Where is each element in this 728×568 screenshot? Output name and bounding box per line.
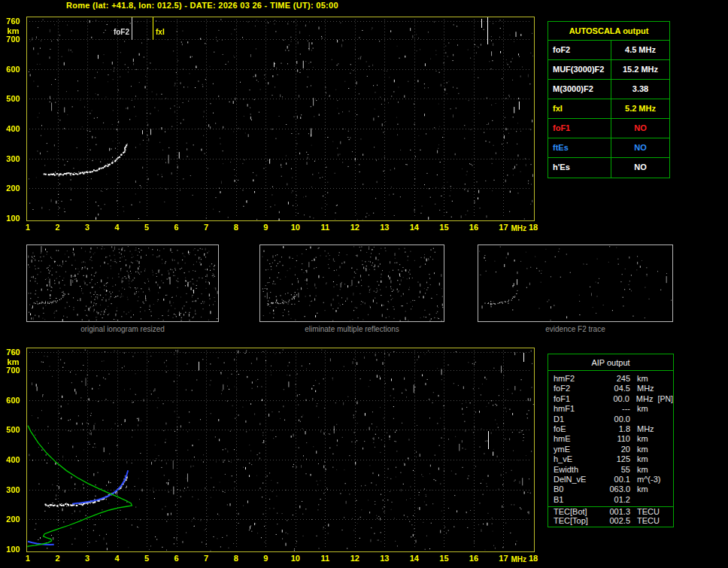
autoscala-param-label: foF1 — [548, 119, 611, 138]
aip-extra — [656, 516, 673, 526]
recorded-ionogram-canvas — [27, 17, 534, 220]
x-tick-10: 10 — [287, 554, 304, 563]
aip-param: hmE — [554, 434, 600, 444]
aip-extra — [656, 465, 673, 475]
aip-value: 002.5 — [600, 516, 630, 526]
y-tick-500: 500 — [2, 425, 24, 434]
y-tick-400: 400 — [2, 455, 24, 464]
aip-row-hmF1: hmF1---km — [554, 404, 673, 414]
x-tick-14: 14 — [406, 223, 423, 232]
aip-unit: km — [630, 374, 656, 384]
thumbnail-original-ionogram — [26, 245, 219, 322]
x-tick-9: 9 — [257, 554, 274, 563]
x-tick-4: 4 — [109, 223, 126, 232]
aip-value: 00.0 — [600, 415, 630, 424]
aip-row-Ewidth: Ewidth55km — [554, 465, 673, 475]
y-tick-760: 760 — [2, 17, 24, 26]
aip-extra — [656, 475, 673, 484]
aip-param: D1 — [554, 415, 600, 424]
autoscala-param-label: ftEs — [548, 138, 611, 157]
aip-param: foF2 — [554, 384, 600, 393]
y-tick-200: 200 — [2, 184, 24, 193]
autoscala-output-table: AUTOSCALA output foF24.5 MHzMUF(3000)F21… — [548, 21, 670, 178]
x-tick-8: 8 — [228, 554, 244, 563]
aip-value: 01.2 — [600, 495, 630, 505]
autoscala-row-fxI: fxI5.2 MHz — [548, 99, 669, 119]
aip-row-TEC[Top]: TEC[Top]002.5TECU — [554, 516, 673, 526]
x-tick-6: 6 — [168, 554, 185, 563]
aip-value: 20 — [600, 445, 630, 454]
autoscala-row-MUF(3000)F2: MUF(3000)F215.2 MHz — [548, 60, 669, 80]
autoscala-param-value: NO — [611, 158, 669, 178]
aip-unit: MHz — [630, 384, 656, 393]
aip-unit: km — [630, 404, 656, 414]
x-tick-16: 16 — [466, 223, 482, 232]
x-tick-7: 7 — [198, 223, 214, 232]
x-axis-unit: MHz — [511, 555, 526, 563]
x-tick-1: 1 — [20, 554, 36, 563]
aip-value: 001.3 — [600, 507, 630, 516]
thumbnail-filtered-canvas — [260, 245, 444, 321]
aip-extra — [656, 495, 673, 505]
y-axis-unit: km — [2, 26, 24, 35]
x-tick-10: 10 — [287, 223, 304, 232]
autoscala-param-value: NO — [611, 119, 669, 138]
aip-row-B0: B0063.0km — [554, 484, 673, 494]
aip-table-header: AIP output — [548, 354, 673, 371]
aip-param: TEC[Bot] — [554, 507, 600, 516]
x-tick-13: 13 — [376, 223, 393, 232]
aip-row-hmF2: hmF2245km — [554, 374, 673, 384]
x-tick-8: 8 — [228, 223, 244, 232]
aip-param: TEC[Top] — [554, 516, 600, 526]
x-tick-6: 6 — [168, 223, 185, 232]
fxi-marker-label: fxI — [156, 28, 165, 36]
aip-unit: km — [630, 454, 656, 464]
aip-param: B1 — [554, 495, 600, 505]
aip-output-table: AIP output hmF2245kmfoF204.5MHzfoF100.0M… — [548, 354, 674, 527]
x-tick-15: 15 — [435, 554, 452, 563]
window-title: Rome (lat: +41.8, lon: 012.5) - DATE: 20… — [66, 1, 338, 10]
aip-value: 125 — [600, 454, 630, 464]
aip-extra: [PN] — [655, 394, 673, 404]
x-tick-3: 3 — [79, 223, 96, 232]
aip-value: 245 — [600, 374, 630, 384]
autoscala-param-value: 5.2 MHz — [611, 99, 669, 118]
autoscala-param-label: foF2 — [548, 41, 611, 59]
autoscala-param-label: fxI — [548, 99, 611, 118]
aip-unit: km — [630, 465, 656, 475]
aip-value: --- — [600, 404, 630, 414]
aip-extra — [656, 415, 673, 424]
y-tick-700: 700 — [2, 366, 24, 375]
x-tick-15: 15 — [435, 223, 452, 232]
aip-unit — [630, 415, 656, 424]
y-tick-100: 100 — [2, 214, 24, 223]
aip-row-D1: D100.0 — [554, 415, 673, 424]
x-tick-16: 16 — [466, 554, 482, 563]
x-tick-18: 18 — [525, 554, 541, 563]
aip-value: 55 — [600, 465, 630, 475]
profile-ionogram-plot — [26, 348, 535, 552]
aip-extra — [656, 404, 673, 414]
aip-extra — [656, 484, 673, 494]
aip-row-ymE: ymE20km — [554, 445, 673, 454]
x-tick-7: 7 — [198, 554, 214, 563]
x-tick-2: 2 — [50, 223, 66, 232]
y-axis-unit: km — [2, 357, 24, 366]
thumbnail-filtered-ionogram — [259, 245, 444, 322]
thumbnail-caption-original: original ionogram resized — [26, 325, 219, 333]
aip-row-hmE: hmE110km — [554, 434, 673, 444]
aip-extra — [656, 445, 673, 454]
x-tick-4: 4 — [109, 554, 126, 563]
aip-extra — [656, 374, 673, 384]
y-tick-700: 700 — [2, 35, 24, 44]
aip-param: foE — [554, 424, 600, 434]
autoscala-row-h'Es: h'EsNO — [548, 158, 669, 178]
thumbnail-f2-trace-canvas — [478, 245, 672, 321]
fof2-marker-label: foF2 — [114, 28, 129, 36]
aip-row-TEC[Bot]: TEC[Bot]001.3TECU — [548, 506, 673, 516]
y-tick-600: 600 — [2, 65, 24, 74]
autoscala-param-value: 3.38 — [611, 80, 669, 99]
aip-extra — [656, 454, 673, 464]
x-tick-5: 5 — [138, 223, 155, 232]
aip-value: 063.0 — [600, 484, 630, 494]
